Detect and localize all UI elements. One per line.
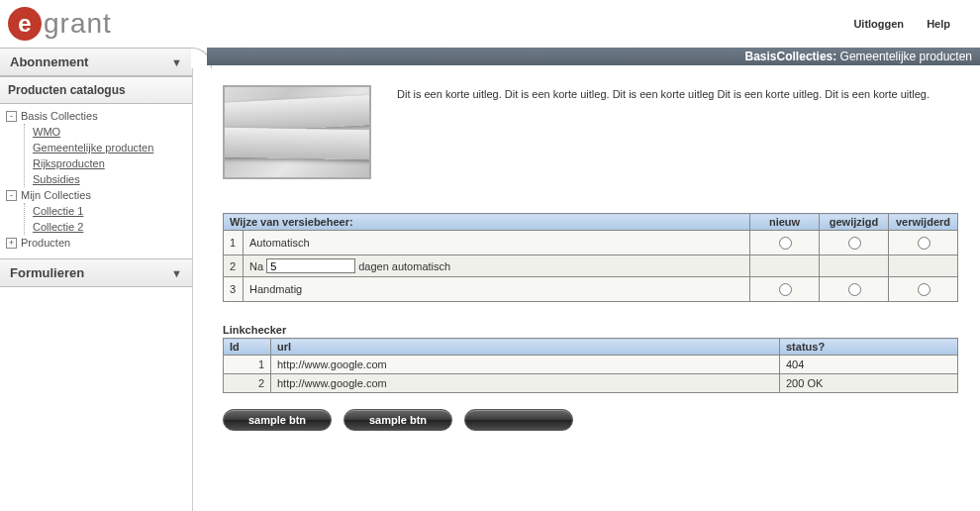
row-number: 1 — [224, 231, 244, 256]
tree-item-subsidies[interactable]: Subsidies — [33, 171, 192, 187]
empty-cell — [820, 256, 889, 277]
logo-text: grant — [44, 8, 112, 40]
version-table-header: Wijze van versiebeheer: — [224, 214, 750, 231]
table-row: 1 http://www.google.com 404 — [224, 356, 958, 374]
intro-text: Dit is een korte uitleg. Dit is een kort… — [397, 85, 958, 179]
accordion-label: Formulieren — [10, 265, 84, 280]
sample-button-1[interactable]: sample btn — [223, 409, 332, 431]
radio-verwijderd[interactable] — [918, 237, 931, 250]
col-verwijderd: verwijderd — [889, 214, 958, 231]
tree-item-collectie2[interactable]: Collectie 2 — [33, 219, 192, 235]
titlebar-section: BasisCollecties: — [745, 50, 837, 63]
button-row: sample btn sample btn — [223, 409, 958, 431]
content-area: BasisCollecties: Gemeentelijke producten… — [193, 48, 980, 511]
table-row: 2 http://www.google.com 200 OK — [224, 374, 958, 393]
page-titlebar: BasisCollecties: Gemeentelijke producten — [207, 48, 980, 65]
empty-cell — [750, 256, 820, 277]
tree-toggle-icon[interactable]: + — [6, 238, 17, 249]
linkchecker-table: Id url status? 1 http://www.google.com 4… — [223, 338, 958, 393]
col-id: Id — [224, 339, 271, 356]
row-number: 2 — [224, 256, 244, 277]
radio-nieuw[interactable] — [779, 237, 792, 250]
titlebar-page: Gemeentelijke producten — [840, 50, 972, 63]
tree-item-collectie1[interactable]: Collectie 1 — [33, 203, 192, 219]
nav-tree: - Basis Collecties WMO Gemeentelijke pro… — [0, 104, 192, 258]
row-label: Na dagen automatisch — [244, 256, 750, 277]
col-gewijzigd: gewijzigd — [820, 214, 889, 231]
version-table: Wijze van versiebeheer: nieuw gewijzigd … — [223, 213, 958, 302]
tree-toggle-icon[interactable]: - — [6, 190, 17, 201]
accordion-formulieren[interactable]: Formulieren ▼ — [0, 258, 192, 287]
label-prefix: Na — [249, 260, 263, 272]
accordion-abonnement[interactable]: Abonnement ▼ — [0, 49, 192, 76]
help-link[interactable]: Help — [927, 18, 950, 30]
tree-item-gemeentelijke-producten[interactable]: Gemeentelijke producten — [33, 140, 192, 155]
days-input[interactable] — [266, 258, 355, 273]
linkchecker-title: Linkchecker — [223, 324, 958, 336]
tree-item-rijksproducten[interactable]: Rijksproducten — [33, 155, 192, 171]
logo-mark: e — [8, 7, 42, 41]
cell-id: 2 — [224, 374, 271, 393]
intro-image — [223, 85, 371, 179]
top-bar: e grant Uitloggen Help — [0, 0, 980, 48]
tree-node-producten[interactable]: + Producten — [6, 235, 192, 251]
tree-item-wmo[interactable]: WMO — [33, 124, 192, 140]
table-row: 3 Handmatig — [224, 277, 958, 302]
col-url: url — [271, 339, 780, 356]
chevron-down-icon: ▼ — [171, 56, 182, 68]
radio-nieuw[interactable] — [779, 283, 792, 296]
row-label: Automatisch — [244, 231, 750, 256]
chevron-down-icon: ▼ — [171, 267, 182, 279]
col-status: status? — [780, 339, 958, 356]
empty-cell — [889, 256, 958, 277]
table-row: 2 Na dagen automatisch — [224, 256, 958, 277]
cell-url: http://www.google.com — [271, 374, 780, 393]
col-nieuw: nieuw — [750, 214, 820, 231]
radio-gewijzigd[interactable] — [848, 237, 861, 250]
cell-status: 200 OK — [780, 374, 958, 393]
tree-title: Producten catalogus — [0, 76, 192, 104]
row-number: 3 — [224, 277, 244, 302]
logout-link[interactable]: Uitloggen — [853, 18, 904, 30]
sidebar: Abonnement ▼ Producten catalogus - Basis… — [0, 48, 193, 511]
table-row: 1 Automatisch — [224, 231, 958, 256]
cell-url: http://www.google.com — [271, 356, 780, 374]
tree-node-basis-collecties[interactable]: - Basis Collecties — [6, 108, 192, 124]
label-suffix: dagen automatisch — [358, 260, 450, 272]
sample-button-2[interactable]: sample btn — [343, 409, 452, 431]
sample-button-3[interactable] — [464, 409, 573, 431]
tree-node-label: Basis Collecties — [21, 110, 98, 122]
tree-node-label: Mijn Collecties — [21, 189, 91, 201]
cell-status: 404 — [780, 356, 958, 374]
radio-verwijderd[interactable] — [918, 283, 931, 296]
tree-node-mijn-collecties[interactable]: - Mijn Collecties — [6, 187, 192, 203]
row-label: Handmatig — [244, 277, 750, 302]
cell-id: 1 — [224, 356, 271, 374]
logo: e grant — [8, 7, 112, 41]
top-nav: Uitloggen Help — [833, 18, 980, 30]
accordion-label: Abonnement — [10, 54, 88, 69]
tree-node-label: Producten — [21, 237, 70, 249]
tree-toggle-icon[interactable]: - — [6, 111, 17, 122]
radio-gewijzigd[interactable] — [848, 283, 861, 296]
